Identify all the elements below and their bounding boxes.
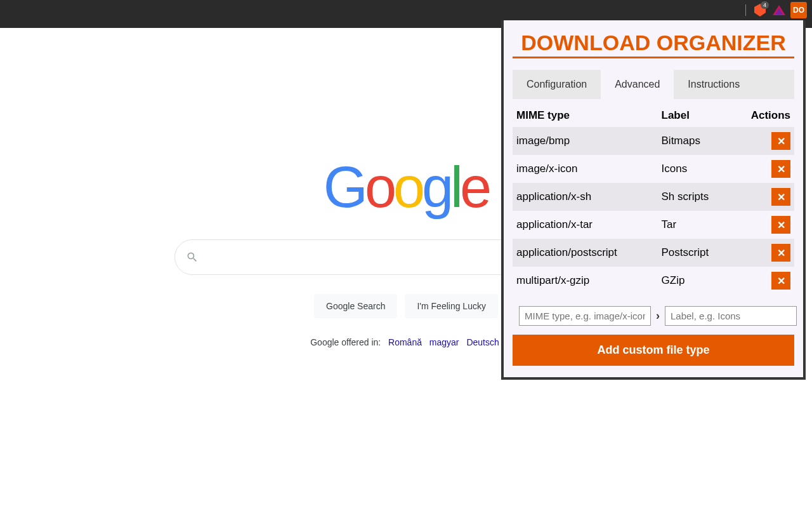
label-cell: Icons <box>658 155 731 183</box>
header-actions: Actions <box>731 104 794 127</box>
browser-chrome-bar: 4 DO <box>0 0 812 20</box>
add-custom-type-button[interactable]: Add custom file type <box>513 335 794 366</box>
table-row: application/postscript Postscript ✕ <box>513 239 794 267</box>
search-buttons: Google Search I'm Feeling Lucky <box>314 294 498 318</box>
search-icon <box>186 251 199 264</box>
brave-badge-count: 4 <box>761 1 769 9</box>
offered-languages: Google offered in: Română magyar Deutsch <box>310 337 502 347</box>
google-logo: Google <box>324 155 488 220</box>
google-search-button[interactable]: Google Search <box>314 294 397 318</box>
arrow-icon: › <box>656 309 660 323</box>
mime-cell: application/postscript <box>513 239 658 267</box>
delete-button[interactable]: ✕ <box>771 160 790 178</box>
delete-button[interactable]: ✕ <box>771 216 790 234</box>
lang-link-deutsch[interactable]: Deutsch <box>466 337 499 347</box>
header-mime: MIME type <box>513 104 658 127</box>
mime-cell: application/x-sh <box>513 183 658 211</box>
ext-title: DOWNLOAD ORGANIZER <box>513 30 794 58</box>
table-row: image/x-icon Icons ✕ <box>513 155 794 183</box>
delete-button[interactable]: ✕ <box>771 244 790 262</box>
table-row: application/x-tar Tar ✕ <box>513 211 794 239</box>
bar-divider <box>745 4 746 16</box>
table-row: multipart/x-gzip GZip ✕ <box>513 267 794 295</box>
download-organizer-ext-icon[interactable]: DO <box>790 2 807 18</box>
label-cell: Bitmaps <box>658 127 731 155</box>
add-row: › <box>513 306 794 326</box>
label-cell: Postscript <box>658 239 731 267</box>
delete-button[interactable]: ✕ <box>771 188 790 206</box>
ext-tabs: Configuration Advanced Instructions <box>513 70 794 99</box>
mime-input[interactable] <box>519 306 651 326</box>
delete-button[interactable]: ✕ <box>771 132 790 150</box>
label-cell: Tar <box>658 211 731 239</box>
brave-rewards-icon[interactable] <box>771 3 787 18</box>
tab-advanced[interactable]: Advanced <box>601 70 674 99</box>
mime-cell: image/x-icon <box>513 155 658 183</box>
feeling-lucky-button[interactable]: I'm Feeling Lucky <box>405 294 498 318</box>
table-row: application/x-sh Sh scripts ✕ <box>513 183 794 211</box>
download-organizer-popup: DOWNLOAD ORGANIZER Configuration Advance… <box>501 20 806 380</box>
header-label: Label <box>658 104 731 127</box>
tab-configuration[interactable]: Configuration <box>513 70 601 99</box>
lang-link-romana[interactable]: Română <box>388 337 422 347</box>
mime-table: MIME type Label Actions image/bmp Bitmap… <box>513 104 794 295</box>
mime-cell: multipart/x-gzip <box>513 267 658 295</box>
offered-prefix: Google offered in: <box>310 337 381 347</box>
label-input[interactable] <box>665 306 797 326</box>
brave-shield-icon[interactable]: 4 <box>752 3 768 18</box>
label-cell: Sh scripts <box>658 183 731 211</box>
table-row: image/bmp Bitmaps ✕ <box>513 127 794 155</box>
tab-instructions[interactable]: Instructions <box>674 70 754 99</box>
label-cell: GZip <box>658 267 731 295</box>
mime-cell: image/bmp <box>513 127 658 155</box>
mime-cell: application/x-tar <box>513 211 658 239</box>
lang-link-magyar[interactable]: magyar <box>429 337 459 347</box>
delete-button[interactable]: ✕ <box>771 272 790 290</box>
